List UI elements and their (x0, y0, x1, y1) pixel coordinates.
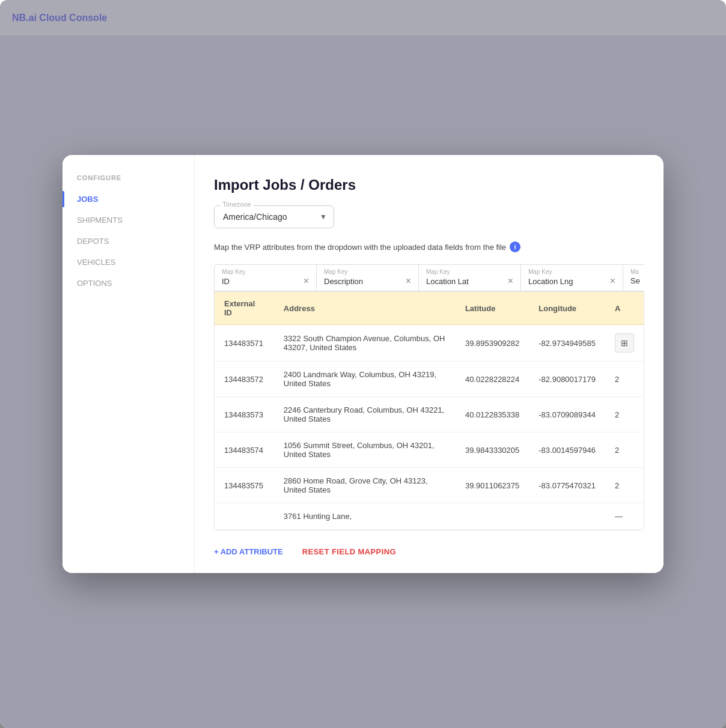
table-row: 1344835732246 Canterbury Road, Columbus,… (215, 397, 644, 432)
sidebar-section-label: CONFIGURE (63, 174, 194, 189)
info-text: Map the VRP attributes from the dropdown… (214, 241, 644, 252)
col-longitude: Longitude (529, 292, 605, 325)
map-key-lng-clear[interactable]: × (610, 276, 615, 286)
modal: CONFIGURE JOBS SHIPMENTS DEPOTS VEHICLES… (63, 155, 663, 573)
cell-latitude: 40.0228228224 (456, 362, 529, 397)
cell-latitude: 39.9011062375 (456, 468, 529, 503)
cell-address: 1056 Summit Street, Columbus, OH 43201, … (274, 432, 456, 468)
cell-address: 2860 Home Road, Grove City, OH 43123, Un… (274, 468, 456, 503)
map-key-lat-clear[interactable]: × (508, 276, 513, 286)
table-header: External ID Address Latitude Longitude A (215, 292, 644, 325)
map-key-id-clear[interactable]: × (304, 276, 309, 286)
cell-latitude: 39.9843330205 (456, 432, 529, 468)
sidebar-item-vehicles[interactable]: VEHICLES (63, 252, 194, 273)
sidebar-item-shipments[interactable]: SHIPMENTS (63, 210, 194, 231)
cell-extra: ⊞ (605, 325, 644, 362)
table-row: 3761 Hunting Lane,— (215, 503, 644, 530)
cell-longitude: -83.0014597946 (529, 432, 605, 468)
table-body: 1344835713322 South Champion Avenue, Col… (215, 325, 644, 530)
cell-address: 2400 Landmark Way, Columbus, OH 43219, U… (274, 362, 456, 397)
table-row: 1344835752860 Home Road, Grove City, OH … (215, 468, 644, 503)
map-key-description: Map Key Description × (316, 264, 418, 291)
map-key-description-clear[interactable]: × (406, 276, 411, 286)
cell-longitude (529, 503, 605, 530)
cell-longitude: -83.0775470321 (529, 468, 605, 503)
map-key-location-lng: Map Key Location Lng × (520, 264, 623, 291)
col-latitude: Latitude (456, 292, 529, 325)
bottom-bar: + ADD ATTRIBUTE RESET FIELD MAPPING (214, 535, 644, 556)
timezone-select[interactable]: America/Chicago (214, 205, 334, 228)
modal-sidebar: CONFIGURE JOBS SHIPMENTS DEPOTS VEHICLES… (63, 155, 195, 573)
data-table-wrapper: External ID Address Latitude Longitude A… (214, 291, 644, 530)
cell-extra: 2 (605, 362, 644, 397)
reset-field-mapping-button[interactable]: RESET FIELD MAPPING (302, 547, 396, 556)
table-row: 1344835713322 South Champion Avenue, Col… (215, 325, 644, 362)
cell-extra: — (605, 503, 644, 530)
sidebar-item-options[interactable]: OPTIONS (63, 273, 194, 294)
timezone-wrapper: Timezone America/Chicago ▼ (214, 205, 644, 228)
timezone-field: Timezone America/Chicago ▼ (214, 205, 334, 228)
timezone-label: Timezone (220, 201, 254, 208)
cell-address: 3322 South Champion Avenue, Columbus, OH… (274, 325, 456, 362)
cell-id: 134483571 (215, 325, 274, 362)
map-key-extra: Ma Se (623, 264, 644, 291)
col-address: Address (274, 292, 456, 325)
modal-main: Import Jobs / Orders Timezone America/Ch… (195, 155, 663, 573)
cell-address: 3761 Hunting Lane, (274, 503, 456, 530)
table-row: 1344835741056 Summit Street, Columbus, O… (215, 432, 644, 468)
map-keys-row: Map Key ID × Map Key Description × Map K… (214, 264, 644, 291)
action-icon[interactable]: ⊞ (615, 333, 634, 353)
cell-id (215, 503, 274, 530)
col-extra: A (605, 292, 644, 325)
cell-longitude: -82.9080017179 (529, 362, 605, 397)
modal-backdrop: CONFIGURE JOBS SHIPMENTS DEPOTS VEHICLES… (0, 0, 726, 728)
cell-extra: 2 (605, 468, 644, 503)
cell-extra: 2 (605, 397, 644, 432)
page-title: Import Jobs / Orders (214, 177, 644, 193)
col-external-id: External ID (215, 292, 274, 325)
cell-longitude: -83.0709089344 (529, 397, 605, 432)
cell-latitude: 39.8953909282 (456, 325, 529, 362)
cell-latitude: 40.0122835338 (456, 397, 529, 432)
map-key-id: Map Key ID × (214, 264, 316, 291)
cell-extra: 2 (605, 432, 644, 468)
map-key-location-lat: Map Key Location Lat × (418, 264, 520, 291)
cell-longitude: -82.9734949585 (529, 325, 605, 362)
cell-id: 134483575 (215, 468, 274, 503)
cell-address: 2246 Canterbury Road, Columbus, OH 43221… (274, 397, 456, 432)
cell-latitude (456, 503, 529, 530)
table-header-row: External ID Address Latitude Longitude A (215, 292, 644, 325)
add-attribute-button[interactable]: + ADD ATTRIBUTE (214, 547, 283, 556)
sidebar-item-jobs[interactable]: JOBS (63, 189, 194, 210)
cell-id: 134483574 (215, 432, 274, 468)
cell-id: 134483573 (215, 397, 274, 432)
data-table: External ID Address Latitude Longitude A… (215, 292, 644, 530)
info-icon[interactable]: i (510, 241, 520, 252)
sidebar-item-depots[interactable]: DEPOTS (63, 231, 194, 252)
table-row: 1344835722400 Landmark Way, Columbus, OH… (215, 362, 644, 397)
cell-id: 134483572 (215, 362, 274, 397)
